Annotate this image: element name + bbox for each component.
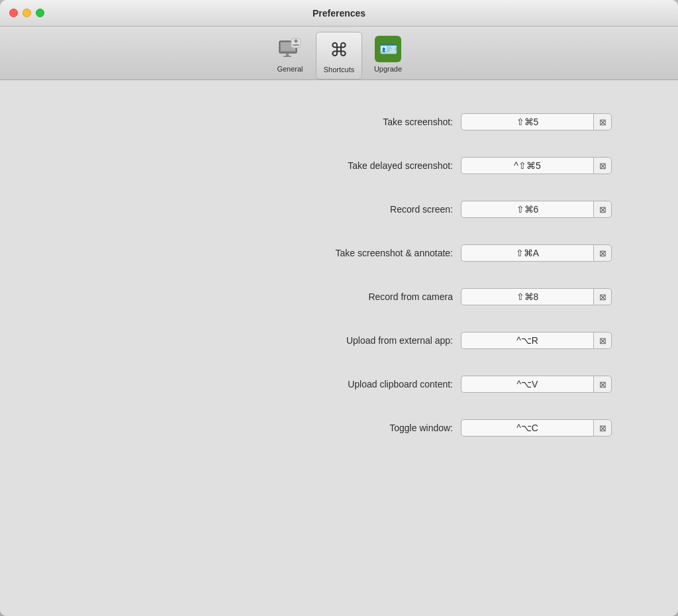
shortcut-row-take-screenshot: Take screenshot: ⇧⌘5 ⊠ [26, 100, 652, 144]
tab-upgrade[interactable]: 🪪 Upgrade [365, 32, 411, 79]
shortcut-clear-toggle-window[interactable]: ⊠ [593, 419, 612, 436]
shortcut-label-toggle-window: Toggle window: [281, 423, 453, 433]
shortcut-input-toggle-window[interactable]: ^⌥C [461, 419, 593, 436]
upgrade-icon: 🪪 [375, 36, 401, 62]
shortcut-input-record-screen[interactable]: ⇧⌘6 [461, 201, 593, 218]
maximize-button[interactable] [36, 9, 44, 17]
shortcut-label-record-screen: Record screen: [281, 204, 453, 215]
shortcuts-content: Take screenshot: ⇧⌘5 ⊠ Take delayed scre… [0, 80, 678, 616]
shortcut-input-group-take-screenshot: ⇧⌘5 ⊠ [461, 113, 612, 130]
upgrade-icon-wrap: 🪪 [375, 36, 401, 62]
shortcut-row-record-screen: Record screen: ⇧⌘6 ⊠ [26, 187, 652, 231]
minimize-button[interactable] [23, 9, 31, 17]
shortcut-input-group-upload-clipboard-content: ^⌥V ⊠ [461, 376, 612, 393]
shortcut-input-upload-clipboard-content[interactable]: ^⌥V [461, 376, 593, 393]
shortcut-clear-record-from-camera[interactable]: ⊠ [593, 288, 612, 305]
general-icon [277, 36, 303, 62]
svg-rect-2 [286, 53, 289, 56]
shortcut-input-record-from-camera[interactable]: ⇧⌘8 [461, 288, 593, 305]
shortcut-input-group-record-screen: ⇧⌘6 ⊠ [461, 201, 612, 218]
shortcut-clear-take-delayed-screenshot[interactable]: ⊠ [593, 157, 612, 174]
general-icon-svg [277, 36, 303, 62]
shortcut-input-take-screenshot[interactable]: ⇧⌘5 [461, 113, 593, 130]
shortcut-input-group-take-screenshot-annotate: ⇧⌘A ⊠ [461, 244, 612, 262]
close-button[interactable] [9, 9, 18, 17]
tab-shortcuts-label: Shortcuts [324, 66, 354, 74]
tab-shortcuts[interactable]: ⌘ Shortcuts [316, 32, 362, 79]
shortcut-label-take-screenshot: Take screenshot: [281, 117, 453, 127]
tab-general-label: General [277, 65, 303, 73]
svg-rect-3 [283, 56, 291, 57]
shortcut-label-upload-from-external-app: Upload from external app: [281, 335, 453, 346]
tab-general[interactable]: General [267, 32, 313, 79]
shortcut-row-take-screenshot-annotate: Take screenshot & annotate: ⇧⌘A ⊠ [26, 231, 652, 275]
shortcut-row-record-from-camera: Record from camera ⇧⌘8 ⊠ [26, 275, 652, 319]
shortcut-input-take-delayed-screenshot[interactable]: ^⇧⌘5 [461, 157, 593, 174]
shortcut-row-take-delayed-screenshot: Take delayed screenshot: ^⇧⌘5 ⊠ [26, 144, 652, 187]
window-controls [9, 9, 44, 17]
shortcut-input-upload-from-external-app[interactable]: ^⌥R [461, 332, 593, 349]
shortcut-clear-upload-from-external-app[interactable]: ⊠ [593, 332, 612, 349]
title-bar: Preferences [0, 0, 678, 26]
svg-point-5 [295, 40, 298, 43]
shortcuts-icon: ⌘ [326, 36, 352, 63]
shortcut-label-record-from-camera: Record from camera [281, 291, 453, 302]
shortcut-input-take-screenshot-annotate[interactable]: ⇧⌘A [461, 244, 593, 262]
shortcut-label-take-screenshot-annotate: Take screenshot & annotate: [281, 248, 453, 258]
upgrade-icon-glyph: 🪪 [379, 40, 397, 58]
shortcut-input-group-upload-from-external-app: ^⌥R ⊠ [461, 332, 612, 349]
window-title: Preferences [313, 8, 365, 19]
shortcut-clear-take-screenshot-annotate[interactable]: ⊠ [593, 244, 612, 262]
shortcut-row-toggle-window: Toggle window: ^⌥C ⊠ [26, 406, 652, 450]
shortcut-input-group-toggle-window: ^⌥C ⊠ [461, 419, 612, 436]
shortcut-clear-upload-clipboard-content[interactable]: ⊠ [593, 376, 612, 393]
shortcut-label-take-delayed-screenshot: Take delayed screenshot: [281, 160, 453, 171]
preferences-window: Preferences General [0, 0, 678, 616]
shortcut-label-upload-clipboard-content: Upload clipboard content: [281, 379, 453, 389]
tab-upgrade-label: Upgrade [374, 65, 402, 73]
shortcut-clear-take-screenshot[interactable]: ⊠ [593, 113, 612, 130]
shortcut-clear-record-screen[interactable]: ⊠ [593, 201, 612, 218]
shortcut-input-group-take-delayed-screenshot: ^⇧⌘5 ⊠ [461, 157, 612, 174]
shortcut-row-upload-from-external-app: Upload from external app: ^⌥R ⊠ [26, 319, 652, 362]
svg-rect-6 [293, 44, 299, 46]
shortcut-input-group-record-from-camera: ⇧⌘8 ⊠ [461, 288, 612, 305]
shortcut-row-upload-clipboard-content: Upload clipboard content: ^⌥V ⊠ [26, 362, 652, 406]
shortcuts-icon-glyph: ⌘ [330, 39, 348, 61]
toolbar: General ⌘ Shortcuts 🪪 Upgrade [0, 26, 678, 80]
